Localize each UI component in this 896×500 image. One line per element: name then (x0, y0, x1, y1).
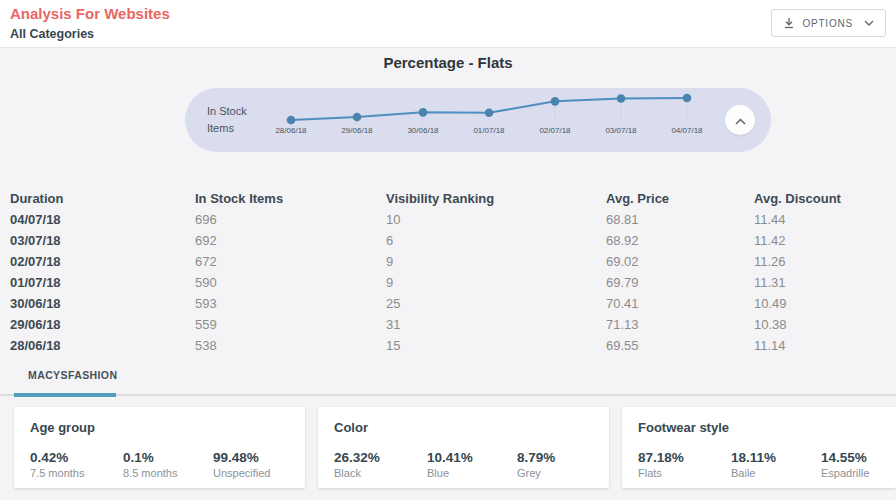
stat-label: Flats (638, 467, 731, 479)
stat-item: 0.42%7.5 months (30, 450, 123, 479)
collapse-chart-button[interactable] (725, 105, 755, 135)
row-duration: 04/07/18 (10, 212, 195, 227)
column-header: Duration (10, 191, 195, 206)
options-button[interactable]: OPTIONS (771, 9, 886, 37)
svg-text:03/07/18: 03/07/18 (605, 126, 637, 135)
stat-item: 18.11%Baile (731, 450, 821, 479)
table-row: 03/07/18692668.9211.42 (10, 230, 896, 251)
svg-text:01/07/18: 01/07/18 (473, 126, 505, 135)
card-stats: 87.18%Flats18.11%Baile14.55%Espadrille (638, 450, 880, 479)
stat-value: 26.32% (334, 450, 427, 465)
stat-item: 10.41%Blue (427, 450, 517, 479)
chevron-up-icon (735, 111, 746, 129)
row-value: 71.13 (606, 317, 754, 332)
stat-label: 8.5 months (123, 467, 213, 479)
row-value: 11.26 (754, 254, 896, 269)
stat-value: 99.48% (213, 450, 289, 465)
row-value: 696 (195, 212, 386, 227)
row-value: 69.79 (606, 275, 754, 290)
row-value: 590 (195, 275, 386, 290)
row-value: 593 (195, 296, 386, 311)
svg-text:30/06/18: 30/06/18 (407, 126, 439, 135)
stat-item: 8.79%Grey (517, 450, 593, 479)
download-icon (783, 17, 795, 29)
stat-label: 7.5 months (30, 467, 123, 479)
row-value: 6 (386, 233, 606, 248)
row-value: 68.92 (606, 233, 754, 248)
table-row: 02/07/18672969.0211.26 (10, 251, 896, 272)
card-stats: 26.32%Black10.41%Blue8.79%Grey (334, 450, 593, 479)
table-row: 29/06/185593171.1310.38 (10, 314, 896, 335)
row-value: 15 (386, 338, 606, 353)
card-title: Age group (30, 420, 289, 435)
chart-title: Percentage - Flats (0, 54, 896, 71)
stat-value: 0.1% (123, 450, 213, 465)
row-value: 69.02 (606, 254, 754, 269)
table-row: 01/07/18590969.7911.31 (10, 272, 896, 293)
row-value: 692 (195, 233, 386, 248)
page-header: Analysis For Websites All Categories OPT… (0, 0, 896, 48)
column-header: In Stock Items (195, 191, 386, 206)
table-row: 28/06/185381569.5511.14 (10, 335, 896, 356)
card-title: Color (334, 420, 593, 435)
page-title: Analysis For Websites (10, 5, 170, 22)
row-duration: 01/07/18 (10, 275, 195, 290)
row-value: 11.44 (754, 212, 896, 227)
table-row: 04/07/186961068.8111.44 (10, 209, 896, 230)
svg-text:29/06/18: 29/06/18 (341, 126, 373, 135)
row-value: 68.81 (606, 212, 754, 227)
stat-item: 0.1%8.5 months (123, 450, 213, 479)
row-value: 11.42 (754, 233, 896, 248)
card-title: Footwear style (638, 420, 880, 435)
column-header: Visibility Ranking (386, 191, 606, 206)
chevron-down-icon (864, 20, 874, 27)
category-breadcrumb: All Categories (10, 27, 94, 41)
stat-value: 14.55% (821, 450, 880, 465)
stat-label: Blue (427, 467, 517, 479)
row-value: 9 (386, 254, 606, 269)
row-duration: 02/07/18 (10, 254, 195, 269)
svg-text:28/06/18: 28/06/18 (275, 126, 307, 135)
row-duration: 28/06/18 (10, 338, 195, 353)
row-value: 10 (386, 212, 606, 227)
row-value: 11.14 (754, 338, 896, 353)
stat-label: Unspecified (213, 467, 289, 479)
row-value: 538 (195, 338, 386, 353)
website-tabbar: MACYSFASHION (0, 361, 896, 396)
row-value: 31 (386, 317, 606, 332)
svg-text:04/07/18: 04/07/18 (671, 126, 703, 135)
row-value: 69.55 (606, 338, 754, 353)
options-button-label: OPTIONS (802, 18, 853, 29)
row-value: 70.41 (606, 296, 754, 311)
attribute-card: Age group0.42%7.5 months0.1%8.5 months99… (14, 407, 305, 488)
row-value: 11.31 (754, 275, 896, 290)
stat-item: 26.32%Black (334, 450, 427, 479)
metrics-table: DurationIn Stock ItemsVisibility Ranking… (10, 187, 896, 356)
row-value: 672 (195, 254, 386, 269)
tab-macysfashion[interactable]: MACYSFASHION (28, 369, 117, 381)
stat-label: Black (334, 467, 427, 479)
stock-trend-chart-panel: In Stock Items 28/06/1829/06/1830/06/180… (185, 88, 771, 152)
stat-item: 14.55%Espadrille (821, 450, 880, 479)
table-body: 04/07/186961068.8111.4403/07/18692668.92… (10, 209, 896, 356)
stat-value: 8.79% (517, 450, 593, 465)
row-value: 10.49 (754, 296, 896, 311)
card-stats: 0.42%7.5 months0.1%8.5 months99.48%Unspe… (30, 450, 289, 479)
attribute-card: Footwear style87.18%Flats18.11%Baile14.5… (622, 407, 896, 488)
column-header: Avg. Price (606, 191, 754, 206)
row-value: 559 (195, 317, 386, 332)
svg-text:02/07/18: 02/07/18 (539, 126, 571, 135)
stat-label: Baile (731, 467, 821, 479)
row-value: 10.38 (754, 317, 896, 332)
stat-item: 87.18%Flats (638, 450, 731, 479)
row-duration: 29/06/18 (10, 317, 195, 332)
row-value: 9 (386, 275, 606, 290)
line-chart-svg: 28/06/1829/06/1830/06/1801/07/1802/07/18… (185, 88, 771, 152)
row-duration: 03/07/18 (10, 233, 195, 248)
cards-row: Age group0.42%7.5 months0.1%8.5 months99… (14, 407, 896, 488)
table-header-row: DurationIn Stock ItemsVisibility Ranking… (10, 187, 896, 209)
stat-label: Espadrille (821, 467, 880, 479)
attribute-card: Color26.32%Black10.41%Blue8.79%Grey (318, 407, 609, 488)
stat-value: 10.41% (427, 450, 517, 465)
stat-value: 0.42% (30, 450, 123, 465)
